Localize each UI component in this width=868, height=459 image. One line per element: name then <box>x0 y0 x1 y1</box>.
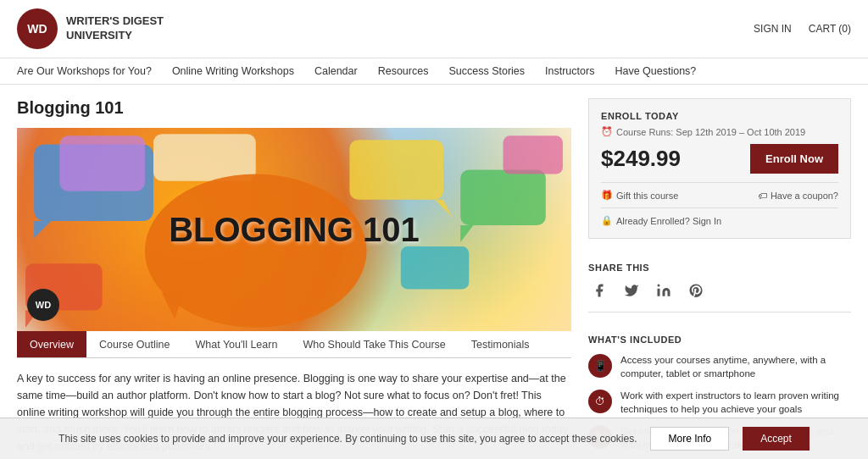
tab-who-take[interactable]: Who Should Take This Course <box>290 331 458 357</box>
course-price: $249.99 <box>601 146 681 172</box>
left-column: Blogging 101 <box>17 98 571 459</box>
share-title: SHARE THIS <box>588 263 851 273</box>
gift-icon: 🎁 <box>601 190 613 201</box>
pinterest-icon[interactable] <box>685 279 707 301</box>
clock-included-icon: ⏱ <box>588 390 612 413</box>
tab-course-outline[interactable]: Course Outline <box>86 331 182 357</box>
logo-line2: UNIVERSITY <box>66 29 164 43</box>
logo-circle: WD <box>17 8 58 49</box>
svg-rect-7 <box>401 246 469 289</box>
cart-link[interactable]: CART (0) <box>809 23 851 35</box>
nav-item-workshops-for-you[interactable]: Are Our Workshops for You? <box>17 65 152 77</box>
gift-label: Gift this course <box>616 191 678 201</box>
header: WD WRITER'S DIGEST UNIVERSITY SIGN IN CA… <box>0 0 868 58</box>
lock-icon: 🔒 <box>601 215 613 226</box>
device-icon: 📱 <box>588 354 612 378</box>
nav-item-calendar[interactable]: Calendar <box>314 65 358 77</box>
svg-point-14 <box>658 285 660 287</box>
tab-testimonials[interactable]: Testimonials <box>459 331 542 357</box>
nav-item-instructors[interactable]: Instructors <box>545 65 594 77</box>
logo-area: WD WRITER'S DIGEST UNIVERSITY <box>17 8 164 49</box>
linkedin-icon[interactable] <box>653 279 675 301</box>
enroll-box: ENROLL TODAY ⏰ Course Runs: Sep 12th 201… <box>588 98 851 239</box>
svg-rect-2 <box>59 135 145 191</box>
logo-initials: WD <box>27 22 47 36</box>
included-title: WHAT'S INCLUDED <box>588 335 851 345</box>
already-enrolled[interactable]: 🔒 Already Enrolled? Sign In <box>601 207 838 226</box>
clock-icon: ⏰ <box>601 126 613 137</box>
coupon-icon: 🏷 <box>758 191 767 201</box>
coupon-label: Have a coupon? <box>771 191 838 201</box>
nav-item-questions[interactable]: Have Questions? <box>615 65 696 77</box>
sign-in-link[interactable]: SIGN IN <box>754 23 792 35</box>
svg-marker-1 <box>34 221 51 238</box>
included-text-0: Access your courses anytime, anywhere, w… <box>620 353 851 380</box>
course-image-inner: BLOGGING 101 <box>17 128 571 331</box>
enroll-links: 🎁 Gift this course 🏷 Have a coupon? <box>601 182 838 207</box>
coupon-link[interactable]: 🏷 Have a coupon? <box>758 190 838 201</box>
course-dates: ⏰ Course Runs: Sep 12th 2019 – Oct 10th … <box>601 126 838 137</box>
logo-text: WRITER'S DIGEST UNIVERSITY <box>66 14 164 43</box>
facebook-icon[interactable] <box>588 279 610 301</box>
course-image-title: BLOGGING 101 <box>169 211 420 249</box>
tab-what-learn[interactable]: What You'll Learn <box>182 331 290 357</box>
course-image: BLOGGING 101 WD <box>17 128 571 331</box>
wd-badge: WD <box>27 289 59 321</box>
cookie-message: This site uses cookies to provide and im… <box>58 433 637 445</box>
cookie-bar: This site uses cookies to provide and im… <box>0 418 868 459</box>
svg-marker-4 <box>435 200 452 217</box>
included-item-1: ⏱ Work with expert instructors to learn … <box>588 389 851 416</box>
svg-rect-11 <box>153 134 256 180</box>
gift-link[interactable]: 🎁 Gift this course <box>601 190 678 201</box>
nav-item-success[interactable]: Success Stories <box>448 65 525 77</box>
page-title: Blogging 101 <box>17 98 571 118</box>
accept-cookies-button[interactable]: Accept <box>743 427 810 451</box>
right-column: ENROLL TODAY ⏰ Course Runs: Sep 12th 201… <box>588 98 851 459</box>
svg-rect-5 <box>460 170 546 225</box>
more-info-button[interactable]: More Info <box>650 427 729 451</box>
twitter-icon[interactable] <box>620 279 643 301</box>
svg-marker-6 <box>460 225 473 242</box>
nav-item-resources[interactable]: Resources <box>378 65 429 77</box>
enroll-title: ENROLL TODAY <box>601 111 838 121</box>
main-layout: Blogging 101 <box>0 85 868 459</box>
share-box: SHARE THIS <box>588 252 851 312</box>
header-right: SIGN IN CART (0) <box>754 23 851 35</box>
price-row: $249.99 Enroll Now <box>601 144 838 174</box>
already-enrolled-text: Already Enrolled? Sign In <box>616 216 721 226</box>
social-icons <box>588 279 851 301</box>
enroll-now-button[interactable]: Enroll Now <box>750 144 838 174</box>
tab-overview[interactable]: Overview <box>17 331 86 357</box>
included-text-1: Work with expert instructors to learn pr… <box>620 389 851 416</box>
svg-rect-10 <box>504 135 563 174</box>
nav-item-online-writing[interactable]: Online Writing Workshops <box>172 65 294 77</box>
tabs-container: Overview Course Outline What You'll Lear… <box>17 331 571 358</box>
logo-line1: WRITER'S DIGEST <box>66 14 164 29</box>
course-dates-text: Course Runs: Sep 12th 2019 – Oct 10th 20… <box>616 127 805 137</box>
svg-rect-3 <box>349 140 443 199</box>
main-nav: Are Our Workshops for You? Online Writin… <box>0 58 868 85</box>
included-item-0: 📱 Access your courses anytime, anywhere,… <box>588 353 851 380</box>
